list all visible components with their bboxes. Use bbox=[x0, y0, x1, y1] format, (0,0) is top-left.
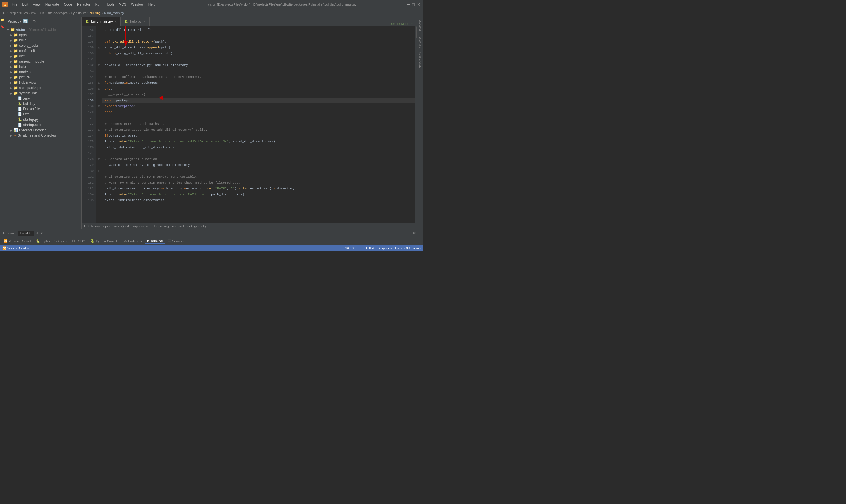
fold-indicator[interactable]: ⊡ bbox=[96, 127, 102, 133]
activity-bar: 📁 🔖 ≡ bbox=[0, 17, 5, 229]
code-editor[interactable]: 156 157 158 159 160 161 162 163 164 165 … bbox=[82, 26, 417, 223]
terminal-tab-local[interactable]: Local ✕ bbox=[18, 231, 34, 236]
structure-icon[interactable]: ≡ bbox=[2, 30, 3, 33]
terminal-chevron[interactable]: ▾ bbox=[41, 231, 42, 235]
tab-help[interactable]: 🐍 help.py ✕ bbox=[121, 17, 149, 25]
menu-view[interactable]: View bbox=[31, 2, 42, 7]
breadcrumb-part[interactable]: D: bbox=[3, 11, 6, 15]
tree-item-scratches[interactable]: ▶ ✏ Scratches and Consoles bbox=[5, 133, 82, 138]
tab-close-button[interactable]: ✕ bbox=[114, 20, 117, 23]
tab-todo[interactable]: ☑ TODO bbox=[70, 238, 88, 244]
menu-bar[interactable]: File Edit View Navigate Code Refactor Ru… bbox=[10, 2, 157, 7]
tab-python-console[interactable]: 🐍 Python Console bbox=[88, 238, 121, 244]
code-breadcrumb-part[interactable]: if compat.is_win bbox=[127, 224, 150, 228]
tab-python-packages[interactable]: 🐍 Python Packages bbox=[34, 238, 69, 244]
breadcrumb-part[interactable]: projectsFiles bbox=[10, 11, 28, 15]
code-breadcrumb-part[interactable]: for package in import_packages bbox=[154, 224, 199, 228]
tree-item-external-libs[interactable]: ▶ 📊 External Libraries bbox=[5, 127, 82, 133]
tree-item-generic[interactable]: ▶ 📁 generic_module bbox=[5, 59, 82, 64]
menu-refactor[interactable]: Refactor bbox=[75, 2, 92, 7]
menu-navigate[interactable]: Navigate bbox=[43, 2, 61, 7]
project-dropdown[interactable]: Project ▾ bbox=[7, 19, 21, 23]
code-breadcrumb-part[interactable]: find_binary_dependencies() bbox=[84, 224, 124, 228]
todo-icon: ☑ bbox=[72, 239, 75, 243]
menu-code[interactable]: Code bbox=[62, 2, 74, 7]
tree-item-apps[interactable]: ▶ 📁 apps bbox=[5, 32, 82, 38]
tab-terminal[interactable]: ▶ Terminal bbox=[145, 238, 165, 244]
code-breadcrumb-part[interactable]: try bbox=[203, 224, 206, 228]
add-terminal-button[interactable]: + bbox=[36, 231, 38, 236]
fold-indicator[interactable]: ⊡ bbox=[96, 80, 102, 86]
status-position[interactable]: 167:38 bbox=[345, 247, 355, 250]
tree-item-system[interactable]: ▶ 📁 system_init bbox=[5, 90, 82, 96]
tab-version-control[interactable]: 🔀 Version Control bbox=[1, 238, 33, 244]
menu-help[interactable]: Help bbox=[147, 2, 158, 7]
breadcrumb-part[interactable]: PyInstaller bbox=[71, 11, 86, 15]
window-controls[interactable]: ─ □ ✕ bbox=[407, 2, 421, 7]
vertical-scrollbar[interactable] bbox=[415, 26, 417, 223]
tree-item-rtxt[interactable]: 📄 r.txt bbox=[5, 112, 82, 117]
breadcrumb-file[interactable]: build_main.py bbox=[104, 11, 124, 15]
tab-close-button[interactable]: ✕ bbox=[143, 20, 146, 23]
minimize-button[interactable]: ─ bbox=[407, 2, 410, 7]
tab-label: Version Control bbox=[9, 239, 31, 243]
status-indent[interactable]: 4 spaces bbox=[379, 247, 392, 250]
project-icon[interactable]: 📁 bbox=[1, 18, 4, 22]
tree-item-env[interactable]: 📄 .env bbox=[5, 96, 82, 101]
breadcrumb-part[interactable]: Lib bbox=[40, 11, 44, 15]
tree-item-picture[interactable]: ▶ 📁 picture bbox=[5, 75, 82, 80]
tree-item-startuppy[interactable]: 🐍 startup.py bbox=[5, 117, 82, 122]
bookmarks-icon[interactable]: 🔖 bbox=[1, 25, 4, 29]
database-panel-tab[interactable]: Database bbox=[418, 17, 422, 35]
menu-vcs[interactable]: VCS bbox=[117, 2, 128, 7]
fold-indicator[interactable]: ⊡ bbox=[96, 168, 102, 174]
menu-window[interactable]: Window bbox=[129, 2, 145, 7]
fold-indicator[interactable]: ⊡ bbox=[96, 86, 102, 92]
tree-item-buildpy[interactable]: 🐍 build.py bbox=[5, 101, 82, 106]
maximize-button[interactable]: □ bbox=[412, 2, 415, 7]
scrollbar-thumb[interactable] bbox=[416, 26, 416, 38]
terminal-settings-icon[interactable]: ⚙ bbox=[412, 231, 416, 235]
close-button[interactable]: ✕ bbox=[417, 2, 421, 7]
fold-indicator[interactable]: ⊡ bbox=[96, 44, 102, 51]
menu-edit[interactable]: Edit bbox=[20, 2, 30, 7]
root-label: vision bbox=[16, 28, 26, 32]
terminal-tab-close[interactable]: ✕ bbox=[29, 231, 32, 235]
tab-services[interactable]: ☰ Services bbox=[166, 238, 187, 244]
reader-mode-button[interactable]: Reader Mode ✓ bbox=[386, 22, 417, 25]
fold-indicator[interactable]: ⊡ bbox=[96, 103, 102, 109]
status-lf[interactable]: LF bbox=[359, 247, 362, 250]
status-git[interactable]: 🔀 Version Control bbox=[2, 247, 29, 250]
tree-item-publicview[interactable]: ▶ 📁 PublicView bbox=[5, 80, 82, 85]
menu-run[interactable]: Run bbox=[93, 2, 103, 7]
code-content[interactable]: added_dll_directories = {} def _pyi_add_… bbox=[102, 26, 415, 223]
refresh-icon[interactable]: 🔄 bbox=[23, 19, 28, 23]
menu-file[interactable]: File bbox=[10, 2, 19, 7]
minimize-panel-icon[interactable]: − bbox=[37, 19, 39, 23]
tree-item-build[interactable]: ▶ 📁 build bbox=[5, 38, 82, 43]
tree-item-ssio[interactable]: ▶ 📁 ssio_package bbox=[5, 85, 82, 90]
tree-item-dockerfile[interactable]: 📄 DockerFile bbox=[5, 106, 82, 112]
breadcrumb-part[interactable]: building bbox=[89, 11, 101, 15]
tree-item-dist[interactable]: ▶ 📁 dist bbox=[5, 53, 82, 59]
fold-indicator[interactable]: ⊡ bbox=[96, 62, 102, 68]
tree-item-celery[interactable]: ▶ 📁 celery_tasks bbox=[5, 43, 82, 48]
tree-item-models[interactable]: ▶ 📁 models bbox=[5, 69, 82, 75]
fold-indicator[interactable]: ⊡ bbox=[96, 156, 102, 162]
tree-item-config[interactable]: ▶ 📁 config_init bbox=[5, 48, 82, 53]
terminal-minimize-icon[interactable]: − bbox=[418, 231, 421, 235]
breadcrumb-part[interactable]: site-packages bbox=[48, 11, 68, 15]
tab-problems[interactable]: ⚠ Problems bbox=[122, 238, 144, 244]
tab-build-main[interactable]: 🐍 build_main.py ✕ bbox=[82, 17, 121, 25]
menu-tools[interactable]: Tools bbox=[104, 2, 116, 7]
notifications-panel-tab[interactable]: Notifications bbox=[418, 50, 422, 71]
tree-root[interactable]: ▼ 📁 vision D:\projectsFiles\vision bbox=[5, 27, 82, 32]
status-encoding[interactable]: UTF-8 bbox=[366, 247, 375, 250]
breadcrumb-part[interactable]: env bbox=[31, 11, 36, 15]
tree-item-help[interactable]: ▶ 📁 help bbox=[5, 64, 82, 69]
settings-icon[interactable]: ⚙ bbox=[32, 19, 36, 23]
collapse-icon[interactable]: ≡ bbox=[29, 19, 32, 23]
sciview-panel-tab[interactable]: SciView bbox=[418, 35, 422, 50]
tree-item-startupspec[interactable]: 📄 startup.spec bbox=[5, 122, 82, 127]
status-python[interactable]: Python 3.10 (env) bbox=[395, 247, 421, 250]
